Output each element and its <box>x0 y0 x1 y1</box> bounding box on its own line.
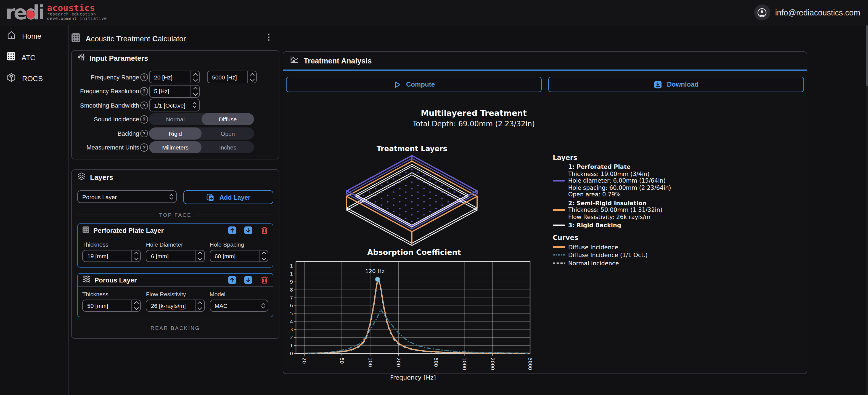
svg-text:0.4: 0.4 <box>290 319 293 324</box>
page-scrollbar[interactable] <box>866 25 868 395</box>
toggle-option-diffuse[interactable]: Diffuse <box>202 113 254 126</box>
curve-style-swatch <box>553 245 565 249</box>
param-controls: 5 [Hz] <box>149 85 273 98</box>
download-button[interactable]: Download <box>548 77 804 92</box>
spin-down-icon[interactable] <box>191 91 199 97</box>
help-icon[interactable]: ? <box>140 115 148 123</box>
spin-down-icon[interactable] <box>191 77 199 83</box>
param-row: Frequency Resolution?5 [Hz] <box>77 84 273 98</box>
move-layer-down-button[interactable] <box>244 226 252 234</box>
layers-card: Layers Porous Layer Add Layer <box>71 169 279 339</box>
spin-up-icon[interactable] <box>196 251 204 256</box>
spin-down-icon[interactable] <box>132 256 141 262</box>
spin-up-icon[interactable] <box>191 71 199 77</box>
spin-up-icon[interactable] <box>259 251 268 256</box>
absorption-chart-title: Absorption Coefficient <box>290 248 538 257</box>
brand-logo[interactable]: redi acoustics research education develo… <box>0 2 107 22</box>
sliders-icon <box>77 53 85 63</box>
spin-down-icon[interactable] <box>132 306 141 311</box>
param-row: Backing?RigidOpen <box>77 126 273 140</box>
svg-text:0: 0 <box>290 351 293 356</box>
input-parameters-header: Input Parameters <box>72 51 279 66</box>
toggle-option-inches[interactable]: Inches <box>202 141 254 154</box>
hole-diameter-input[interactable]: 6 [mm] <box>146 250 205 262</box>
help-icon[interactable]: ? <box>140 87 148 95</box>
backing-toggle[interactable]: RigidOpen <box>149 127 254 139</box>
svg-text:0.6: 0.6 <box>290 303 293 308</box>
svg-text:100: 100 <box>368 358 373 367</box>
field-label: Hole Diameter <box>146 241 205 248</box>
toggle-option-rigid[interactable]: Rigid <box>149 127 202 139</box>
delete-layer-button[interactable] <box>260 226 268 234</box>
delete-layer-button[interactable] <box>260 276 268 284</box>
freq-max-input[interactable]: 5000 [Hz] <box>207 71 257 84</box>
param-controls: 20 [Hz]5000 [Hz] <box>149 71 273 84</box>
compute-button[interactable]: Compute <box>286 77 542 92</box>
spin-up-icon[interactable] <box>196 300 204 306</box>
user-avatar-icon[interactable] <box>754 4 770 21</box>
legend-layer-title: 1: Perforated Plate <box>553 163 718 170</box>
add-layer-button[interactable]: Add Layer <box>183 190 273 204</box>
help-icon[interactable]: ? <box>140 129 148 137</box>
svg-text:0.5: 0.5 <box>290 311 293 317</box>
sound-incidence-toggle[interactable]: NormalDiffuse <box>149 113 254 126</box>
help-icon[interactable]: ? <box>140 101 148 109</box>
spin-up-icon[interactable] <box>191 86 199 91</box>
kebab-menu-icon[interactable] <box>265 34 273 43</box>
spin-down-icon[interactable] <box>196 306 204 311</box>
spin-down-icon[interactable] <box>259 256 268 262</box>
hole-spacing-input[interactable]: 60 [mm] <box>210 250 268 262</box>
chart-icon <box>290 55 299 66</box>
input-value: 50 [mm] <box>83 300 132 311</box>
treatment-analysis-header: Treatment Analysis <box>283 52 807 69</box>
layer-type-select[interactable]: Porous Layer <box>77 190 177 203</box>
curve-style-swatch <box>553 253 565 257</box>
spinner-buttons <box>132 300 141 311</box>
porous-model-select[interactable]: MAC <box>210 300 268 312</box>
select-chevrons-icon <box>190 102 199 108</box>
spin-up-icon[interactable] <box>132 251 141 256</box>
sidebar-item-atc[interactable]: ATC <box>0 47 68 68</box>
toggle-option-milimeters[interactable]: Milimeters <box>149 141 202 154</box>
move-layer-up-button[interactable] <box>228 226 236 234</box>
treatment-layers-title: Treatment Layers <box>283 144 540 153</box>
flow-resistivity-input[interactable]: 26 [k·rayls/m] <box>146 300 205 312</box>
move-layer-down-button[interactable] <box>244 276 252 284</box>
help-icon[interactable]: ? <box>140 143 148 152</box>
account-chip[interactable]: info@rediacoustics.com <box>754 0 860 25</box>
plate-thickness-input[interactable]: 19 [mm] <box>82 250 141 262</box>
param-row: Frequency Range?20 [Hz]5000 [Hz] <box>77 70 273 84</box>
legend-layer-detail: Thickness: 50.00mm (1 31/32in) <box>553 206 718 213</box>
freq-resolution-input[interactable]: 5 [Hz] <box>149 85 200 98</box>
spin-up-icon[interactable] <box>248 71 256 77</box>
perforated-plate-icon <box>82 225 89 235</box>
smoothing-bandwidth-select[interactable]: 1/1 [Octave] <box>149 99 200 112</box>
units-toggle[interactable]: MilimetersInches <box>149 141 254 154</box>
spin-up-icon[interactable] <box>132 300 141 306</box>
layer-field: ModelMAC <box>210 290 268 312</box>
scrollbar-thumb[interactable] <box>866 25 868 86</box>
layer-card-header: Porous Layer <box>78 274 273 287</box>
grid-icon <box>71 33 81 44</box>
sidebar-item-rocs[interactable]: ROCS <box>0 68 68 89</box>
play-icon <box>393 80 401 89</box>
legend-layer-detail: Hole diameter: 6.00mm (15/64in) <box>553 177 718 184</box>
spin-down-icon[interactable] <box>196 256 204 262</box>
help-icon[interactable]: ? <box>140 73 148 81</box>
page-title: Acoustic Treatment Calculator <box>86 34 186 43</box>
param-controls: RigidOpen <box>149 127 273 139</box>
layers-header: Layers <box>72 170 279 185</box>
sidebar-nav: HomeATCROCS <box>0 25 68 395</box>
sidebar-item-home[interactable]: Home <box>0 25 68 47</box>
porous-thickness-input[interactable]: 50 [mm] <box>82 300 141 312</box>
atc-title-row: Acoustic Treatment Calculator <box>71 31 279 46</box>
spin-down-icon[interactable] <box>248 77 256 83</box>
layers-stack-icon <box>77 172 86 183</box>
param-controls: NormalDiffuse <box>149 113 273 126</box>
freq-min-input[interactable]: 20 [Hz] <box>149 71 200 84</box>
move-layer-up-button[interactable] <box>228 276 236 284</box>
param-label: Backing <box>77 130 139 137</box>
toggle-option-normal[interactable]: Normal <box>149 113 202 126</box>
toggle-option-open[interactable]: Open <box>202 127 254 139</box>
svg-text:1: 1 <box>290 271 293 277</box>
